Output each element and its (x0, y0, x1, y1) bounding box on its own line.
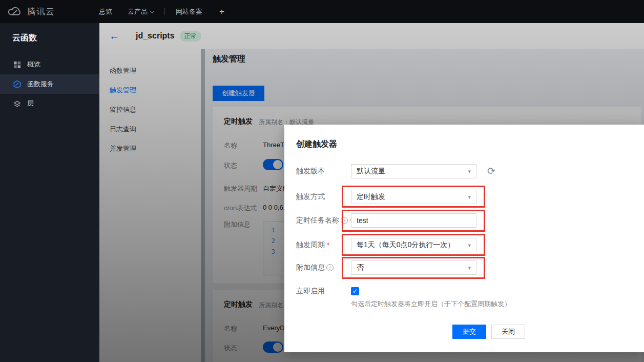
chevron-down-icon: ▾ (468, 265, 471, 271)
enable-now-label: 立即启用 (296, 284, 325, 298)
product-title: 云函数 (0, 23, 99, 55)
layers-icon (12, 100, 22, 108)
task-name-input[interactable] (357, 216, 471, 225)
enable-now-checkbox[interactable]: ✓ (351, 287, 359, 295)
sidebar-item-function-service[interactable]: 函数服务 (0, 74, 99, 94)
enable-now-hint: 勾选后定时触发器将立即开启（于下个配置周期触发） (351, 299, 511, 309)
sidebar-item-label: 概览 (27, 60, 40, 69)
chevron-down-icon: ▾ (468, 168, 471, 175)
nav-icp-filing[interactable]: 网站备案 (168, 0, 210, 23)
extra-info-select[interactable]: 否 ▾ (351, 260, 476, 275)
chevron-down-icon (150, 9, 154, 13)
close-button[interactable]: 关闭 (491, 325, 525, 339)
sidebar-item-label: 层 (27, 99, 34, 108)
chevron-down-icon: ▾ (468, 194, 471, 200)
submit-button[interactable]: 提交 (452, 325, 486, 339)
tencent-cloud-logo-icon (7, 6, 23, 17)
version-select[interactable]: 默认流量 ▾ (351, 164, 476, 178)
topbar: 腾讯云 总览 云产品 网站备案 + (0, 0, 644, 23)
brand-name: 腾讯云 (27, 6, 55, 17)
sidebar-item-label: 函数服务 (27, 79, 54, 89)
tencent-cloud-brand[interactable]: 腾讯云 (0, 6, 91, 17)
nav-add-button[interactable]: + (210, 0, 234, 23)
nav-divider (164, 8, 165, 15)
trigger-type-select[interactable]: 定时触发 ▾ (351, 190, 476, 204)
app-sidebar: 云函数 概览 函数服务 层 (0, 23, 99, 362)
grid-icon (12, 61, 22, 69)
info-icon (326, 264, 334, 271)
required-mark: * (327, 241, 329, 249)
nav-overview[interactable]: 总览 (91, 0, 120, 23)
info-icon (341, 217, 348, 224)
chevron-down-icon: ▾ (468, 242, 471, 249)
trigger-period-select[interactable]: 每1天（每天0点0分执行一次） ▾ (351, 238, 476, 252)
dialog-title: 创建触发器 (296, 139, 337, 150)
nav-cloud-products[interactable]: 云产品 (120, 0, 161, 23)
top-navigation: 总览 云产品 网站备案 + (91, 0, 234, 23)
extra-info-label: 附加信息 (296, 260, 334, 275)
task-name-label: 定时任务名称* (296, 213, 352, 228)
refresh-icon[interactable]: ⟳ (484, 164, 498, 178)
version-label: 触发版本 (296, 164, 325, 178)
create-trigger-dialog: 创建触发器 触发版本 默认流量 ▾ ⟳ 触发方式 定时触发 ▾ 定时任务名称* … (284, 125, 644, 352)
trigger-period-label: 触发周期* (296, 238, 329, 252)
sidebar-item-layers[interactable]: 层 (0, 94, 99, 113)
trigger-type-label: 触发方式 (296, 190, 325, 204)
function-icon (12, 80, 22, 89)
sidebar-item-overview[interactable]: 概览 (0, 55, 99, 74)
task-name-field[interactable] (351, 213, 476, 228)
